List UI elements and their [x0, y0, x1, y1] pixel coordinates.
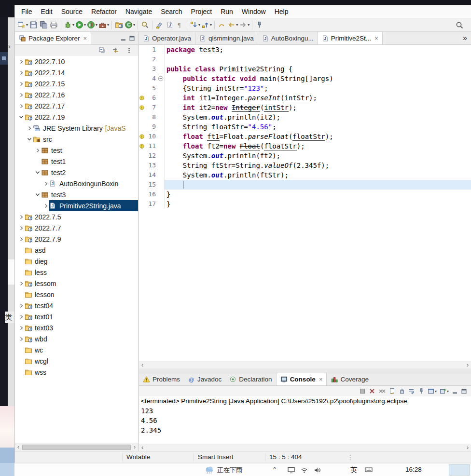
chevron-right-icon[interactable]	[18, 104, 25, 109]
scroll-right-icon[interactable]: ›	[464, 362, 471, 368]
editor-tab-primitive2st-[interactable]: JPrimitive2St...×	[318, 32, 383, 44]
back-button[interactable]: ▾	[227, 19, 238, 31]
scroll-right-icon[interactable]: ›	[464, 444, 471, 451]
chevron-right-icon[interactable]	[18, 314, 25, 319]
scrollbar-thumb[interactable]	[22, 445, 131, 450]
editor-hscrollbar[interactable]: ‹ ›	[139, 361, 471, 368]
editor-console-splitter[interactable]	[139, 368, 471, 373]
tree-item-body[interactable]: Jtest04	[25, 300, 138, 311]
minimize-view-button[interactable]	[452, 388, 458, 394]
volume-icon[interactable]	[314, 467, 321, 474]
tree-item-dieg[interactable]: dieg	[15, 256, 138, 267]
chevron-right-icon[interactable]	[18, 93, 25, 97]
tree-item-body[interactable]: lesson	[25, 289, 138, 300]
chevron-down-icon[interactable]	[34, 170, 41, 175]
coverage-button[interactable]: ▾	[86, 19, 98, 31]
save-button[interactable]	[28, 19, 39, 31]
tree-item-body[interactable]: less	[25, 267, 138, 278]
display-selected-console-button[interactable]: ▾	[428, 388, 437, 394]
monitor-icon[interactable]	[288, 466, 295, 474]
tree-item-lessom[interactable]: Jlessom	[15, 278, 138, 289]
tree-item-body[interactable]: J2022.7.15	[25, 78, 138, 89]
tree-item-body[interactable]: src	[33, 134, 138, 145]
tree-item-body[interactable]: test1	[41, 156, 138, 167]
menu-help[interactable]: Help	[270, 5, 293, 18]
tree-item-body[interactable]: dieg	[25, 256, 138, 267]
dropdown-caret-icon[interactable]: ▾	[96, 23, 97, 27]
chevron-down-icon[interactable]	[34, 192, 41, 197]
chevron-right-icon[interactable]	[26, 126, 33, 131]
ime-indicator[interactable]: 英	[350, 466, 357, 475]
chevron-right-icon[interactable]	[18, 303, 25, 308]
dropdown-caret-icon[interactable]: ▾	[133, 23, 135, 27]
dropdown-caret-icon[interactable]: ▾	[198, 23, 200, 27]
view-tab-console[interactable]: Console×	[276, 373, 327, 385]
menu-source[interactable]: Source	[57, 5, 87, 18]
keyboard-icon[interactable]	[365, 466, 373, 475]
show-whitespace-button[interactable]: ¶	[175, 19, 185, 31]
tree-item-body[interactable]: wcgl	[25, 355, 138, 367]
tree-item-body[interactable]: JAutoBoxingunBoxin	[49, 178, 138, 189]
tree-item-test[interactable]: test	[15, 145, 138, 156]
warning-marker-icon[interactable]	[139, 132, 145, 141]
tree-item-wss[interactable]: wss	[15, 367, 138, 378]
tab-overflow-indicator[interactable]: »	[463, 32, 471, 44]
fold-marker-icon[interactable]	[157, 74, 164, 83]
tree-item-wbd[interactable]: Jwbd	[15, 333, 138, 344]
tree-item-body[interactable]: Jwbd	[25, 333, 138, 344]
scroll-left-icon[interactable]: ‹	[15, 444, 22, 450]
menu-window[interactable]: Window	[237, 5, 270, 18]
editor-tab-autoboxingu-[interactable]: JAutoBoxingu...	[258, 32, 318, 44]
tree-item-body[interactable]: Jlessom	[25, 278, 138, 289]
save-all-button[interactable]	[39, 19, 49, 31]
tree-item-asd[interactable]: asd	[15, 245, 138, 256]
package-explorer-tab[interactable]: Package Explorer ×	[15, 32, 91, 44]
package-explorer-tree[interactable]: J2022.7.10J2022.7.14J2022.7.15J2022.7.16…	[15, 56, 138, 443]
next-annotation-button[interactable]: ▾	[189, 19, 201, 31]
chevron-right-icon[interactable]	[18, 59, 25, 64]
menu-file[interactable]: File	[17, 5, 37, 18]
tree-item-body[interactable]: test3	[41, 189, 138, 200]
java-file-button[interactable]: J	[165, 19, 175, 31]
maximize-icon[interactable]	[129, 35, 135, 41]
tree-item-lesson[interactable]: lesson	[15, 289, 138, 300]
tree-item-body[interactable]: JRE System Library[JavaS	[33, 122, 138, 134]
network-icon[interactable]	[301, 467, 308, 474]
tree-item-body[interactable]: JPrimitive2String.java	[49, 200, 138, 211]
dropdown-caret-icon[interactable]: ▾	[435, 389, 437, 394]
menu-run[interactable]: Run	[216, 5, 237, 18]
tree-item-body[interactable]: J2022.7.14	[25, 67, 138, 78]
menu-navigate[interactable]: Navigate	[121, 5, 156, 18]
pin-editor-button[interactable]	[254, 19, 264, 31]
tree-item-2022-7-17[interactable]: J2022.7.17	[15, 100, 138, 111]
tree-item-body[interactable]: J2022.7.5	[25, 211, 138, 222]
chevron-right-icon[interactable]	[18, 237, 25, 242]
editor-tab-operator-java[interactable]: JOperator.java	[139, 32, 195, 44]
chevron-down-icon[interactable]	[18, 115, 25, 119]
view-tab-javadoc[interactable]: @Javadoc	[184, 373, 225, 385]
warning-marker-icon[interactable]	[139, 103, 145, 112]
menu-search[interactable]: Search	[156, 5, 186, 18]
editor-tab-qismmingn-java[interactable]: Jqismmingn.java	[195, 32, 258, 44]
view-tab-coverage[interactable]: Coverage	[327, 373, 373, 385]
maximize-view-button[interactable]	[461, 388, 467, 394]
dropdown-caret-icon[interactable]: ▾	[447, 389, 449, 394]
tree-item-2022-7-16[interactable]: J2022.7.16	[15, 89, 138, 100]
search-button[interactable]	[140, 19, 150, 31]
last-edit-location-button[interactable]	[217, 19, 227, 31]
collapse-all-button[interactable]	[97, 45, 107, 56]
debug-button[interactable]: ▾	[63, 19, 75, 31]
chevron-right-icon[interactable]	[18, 326, 25, 330]
dropdown-caret-icon[interactable]: ▾	[26, 23, 28, 27]
view-tab-declaration[interactable]: Declaration	[225, 373, 276, 385]
menu-project[interactable]: Project	[187, 5, 217, 18]
chevron-right-icon[interactable]	[34, 148, 41, 153]
weather-widget[interactable]: 正在下雨	[205, 463, 242, 476]
run-button[interactable]: ▾	[75, 19, 86, 31]
link-with-editor-button[interactable]	[111, 45, 121, 56]
tree-item-body[interactable]: wc	[25, 344, 138, 355]
pin-console-button[interactable]	[418, 388, 425, 394]
tree-item-body[interactable]: test2	[41, 167, 138, 178]
chevron-right-icon[interactable]	[18, 281, 25, 286]
dropdown-caret-icon[interactable]: ▾	[107, 23, 109, 27]
